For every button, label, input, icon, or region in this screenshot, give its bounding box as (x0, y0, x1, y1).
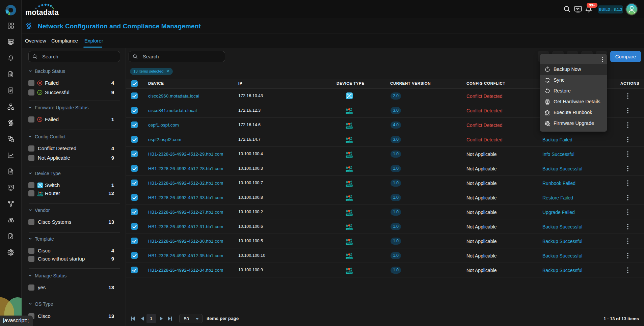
svg-text:motadata: motadata (25, 8, 59, 17)
